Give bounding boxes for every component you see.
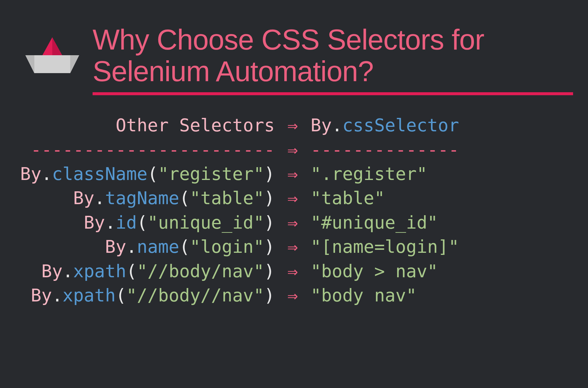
arrow-icon: ⇒ <box>275 235 311 259</box>
divider-right: -------------- <box>311 138 573 162</box>
arg-token: "register" <box>158 164 264 184</box>
by-token: By <box>84 212 105 233</box>
svg-marker-4 <box>52 37 62 55</box>
paren-token: ) <box>264 261 275 281</box>
dot-token: . <box>94 188 105 208</box>
paren-token: ) <box>264 212 275 233</box>
header-left: Other Selectors <box>15 113 275 137</box>
paren-token: ( <box>137 212 148 233</box>
method-token: id <box>116 212 137 233</box>
arg-token: "//body/nav" <box>137 261 264 281</box>
dot-token: . <box>41 164 52 184</box>
other-selector: By.id("unique_id") <box>15 210 275 235</box>
svg-marker-1 <box>25 55 34 73</box>
by-token: By <box>105 236 126 257</box>
dot-token: . <box>52 285 63 306</box>
paren-token: ) <box>264 164 275 184</box>
by-token: By <box>20 164 41 184</box>
table-row: By.id("unique_id") ⇒ "#unique_id" <box>15 210 573 235</box>
arg-token: "//body//nav" <box>126 285 264 306</box>
other-selector: By.tagName("table") <box>15 186 275 210</box>
svg-marker-2 <box>70 55 79 73</box>
paren-token: ) <box>264 236 275 257</box>
boat-logo-icon <box>18 33 87 81</box>
page-title: Why Choose CSS Selectors for Selenium Au… <box>93 24 573 95</box>
arrow-icon: ⇒ <box>275 210 311 235</box>
arrow-icon: ⇒ <box>275 186 311 210</box>
paren-token: ( <box>148 164 158 184</box>
table-row: By.xpath("//body//nav") ⇒ "body nav" <box>15 283 573 307</box>
method-token: xpath <box>73 261 126 281</box>
method-token: xpath <box>63 285 116 306</box>
arrow-icon: ⇒ <box>275 113 311 137</box>
method-token: className <box>52 164 148 184</box>
by-token: By <box>31 285 52 306</box>
css-selector: "#unique_id" <box>311 210 573 235</box>
divider-left: ----------------------- <box>15 138 275 162</box>
method-token: tagName <box>105 188 179 208</box>
dot-token: . <box>63 261 73 281</box>
css-selector: ".register" <box>311 162 573 186</box>
other-selector: By.xpath("//body//nav") <box>15 283 275 307</box>
table-row: By.className("register") ⇒ ".register" <box>15 162 573 186</box>
other-selector: By.className("register") <box>15 162 275 186</box>
by-token: By <box>311 115 332 136</box>
table-row: By.tagName("table") ⇒ "table" <box>15 186 573 210</box>
arg-token: "unique_id" <box>148 212 264 233</box>
dot-token: . <box>332 115 343 136</box>
method-token: cssSelector <box>343 115 459 136</box>
arrow-icon: ⇒ <box>275 283 311 307</box>
arg-token: "table" <box>190 188 264 208</box>
dot-token: . <box>126 236 137 257</box>
paren-token: ( <box>179 236 190 257</box>
header-row: Other Selectors ⇒ By.cssSelector <box>15 113 573 137</box>
by-token: By <box>73 188 94 208</box>
arg-token: "login" <box>190 236 264 257</box>
by-token: By <box>41 261 62 281</box>
paren-token: ( <box>179 188 190 208</box>
header-right: By.cssSelector <box>311 113 573 137</box>
arrow-icon: ⇒ <box>275 259 311 283</box>
other-selector: By.xpath("//body/nav") <box>15 259 275 283</box>
arrow-icon: ⇒ <box>275 162 311 186</box>
dot-token: . <box>105 212 116 233</box>
css-selector: "table" <box>311 186 573 210</box>
paren-token: ) <box>264 285 275 306</box>
code-comparison-table: Other Selectors ⇒ By.cssSelector -------… <box>0 95 588 307</box>
method-token: name <box>137 236 179 257</box>
paren-token: ( <box>126 261 137 281</box>
arrow-icon: ⇒ <box>275 138 311 162</box>
header: Why Choose CSS Selectors for Selenium Au… <box>0 0 588 95</box>
paren-token: ) <box>264 188 275 208</box>
divider-row: ----------------------- ⇒ -------------- <box>15 138 573 162</box>
table-row: By.xpath("//body/nav") ⇒ "body > nav" <box>15 259 573 283</box>
css-selector: "[name=login]" <box>311 235 573 259</box>
table-row: By.name("login") ⇒ "[name=login]" <box>15 235 573 259</box>
paren-token: ( <box>116 285 126 306</box>
css-selector: "body > nav" <box>311 259 573 283</box>
css-selector: "body nav" <box>311 283 573 307</box>
other-selector: By.name("login") <box>15 235 275 259</box>
